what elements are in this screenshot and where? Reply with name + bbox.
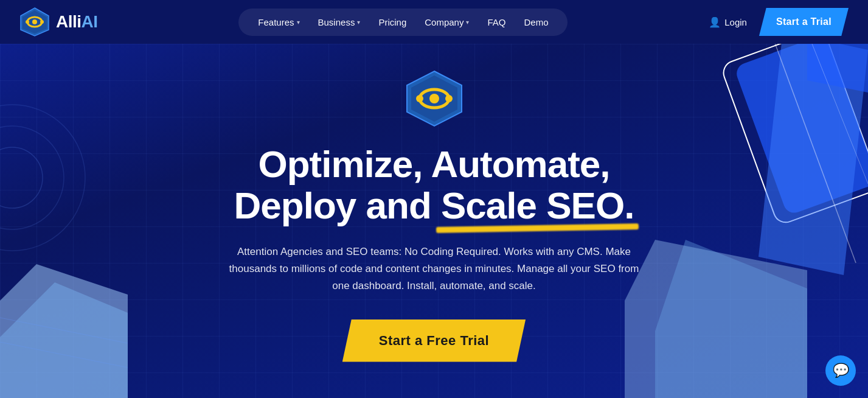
bg-shape-bottom-left — [0, 264, 128, 398]
bg-shape-bottom-right — [625, 240, 807, 398]
login-button[interactable]: 👤 Login — [709, 16, 747, 28]
svg-point-5 — [40, 20, 44, 24]
logo[interactable]: AlliAI — [19, 7, 98, 37]
svg-point-24 — [429, 94, 439, 103]
logo-text: AlliAI — [56, 12, 98, 32]
chevron-down-icon: ▾ — [357, 19, 360, 26]
user-icon: 👤 — [709, 16, 721, 28]
bg-circles-decoration — [0, 80, 146, 263]
hero-section: Optimize, Automate, Deploy and Scale SEO… — [0, 44, 868, 398]
hero-cta-button[interactable]: Start a Free Trial — [342, 319, 526, 362]
navbar: AlliAI Features ▾ Business ▾ Pricing Com… — [0, 0, 868, 44]
logo-icon — [19, 7, 50, 37]
nav-pricing[interactable]: Pricing — [371, 13, 414, 31]
svg-point-3 — [32, 19, 37, 24]
nav-faq[interactable]: FAQ — [480, 13, 513, 31]
hero-headline-underlined: Scale SEO. — [441, 185, 634, 226]
svg-point-26 — [445, 95, 453, 102]
svg-point-25 — [416, 95, 423, 102]
nav-links: Features ▾ Business ▾ Pricing Company ▾ … — [238, 9, 568, 36]
chat-bubble-button[interactable]: 💬 — [825, 355, 856, 386]
svg-point-8 — [0, 147, 43, 208]
start-trial-button[interactable]: Start a Trial — [759, 8, 849, 36]
chevron-down-icon: ▾ — [297, 19, 300, 26]
hero-logo-icon — [404, 68, 465, 131]
svg-marker-20 — [655, 240, 807, 398]
nav-right: 👤 Login Start a Trial — [709, 8, 849, 36]
hero-headline: Optimize, Automate, Deploy and Scale SEO… — [234, 144, 634, 226]
nav-features[interactable]: Features ▾ — [251, 13, 307, 31]
nav-business[interactable]: Business ▾ — [311, 13, 368, 31]
nav-demo[interactable]: Demo — [516, 13, 555, 31]
chat-icon: 💬 — [833, 363, 849, 379]
svg-point-7 — [0, 126, 64, 229]
svg-point-4 — [26, 20, 29, 24]
chevron-down-icon: ▾ — [466, 19, 469, 26]
nav-company[interactable]: Company ▾ — [417, 13, 476, 31]
hero-subtext: Attention Agencies and SEO teams: No Cod… — [227, 243, 641, 295]
